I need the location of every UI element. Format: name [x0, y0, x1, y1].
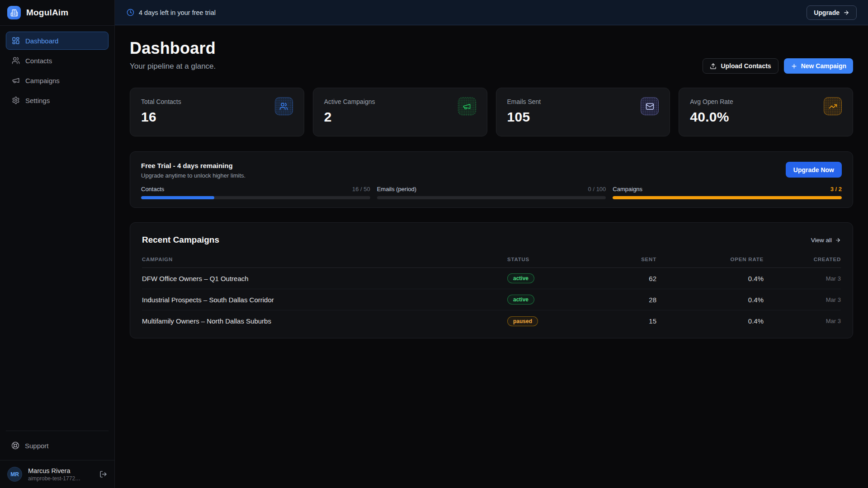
stat-value: 2 — [324, 109, 476, 125]
sidebar-item-label: Settings — [25, 97, 50, 104]
sidebar-item-label: Dashboard — [25, 37, 58, 45]
brand-name: MogulAim — [26, 8, 68, 18]
sent-count: 15 — [589, 317, 656, 325]
life-buoy-icon — [11, 441, 19, 450]
meter-value: 3 / 2 — [830, 186, 842, 192]
stat-value: 16 — [141, 109, 293, 125]
progress-track — [377, 196, 606, 199]
upgrade-button-label: Upgrade — [814, 9, 840, 16]
upload-contacts-label: Upload Contacts — [721, 62, 771, 70]
progress-fill — [141, 196, 214, 199]
recent-campaigns-panel: Recent Campaigns View all CAMPAIGN STATU… — [130, 222, 853, 338]
users-icon — [275, 97, 293, 115]
trial-notice-text: 4 days left in your free trial — [139, 9, 216, 16]
arrow-right-icon — [835, 237, 841, 243]
open-rate: 0.4% — [656, 317, 764, 325]
stat-value: 105 — [507, 109, 659, 125]
page-header: Dashboard Your pipeline at a glance. Upl… — [130, 39, 853, 71]
panel-title: Recent Campaigns — [142, 235, 219, 245]
sidebar-spacer — [0, 115, 114, 431]
user-org: aimprobe-test-1772… — [28, 475, 94, 482]
progress-track — [613, 196, 842, 199]
view-all-link[interactable]: View all — [811, 237, 841, 244]
view-all-label: View all — [811, 237, 832, 244]
sent-count: 62 — [589, 275, 656, 282]
column-status: STATUS — [507, 257, 589, 262]
sidebar-item-campaigns[interactable]: Campaigns — [6, 71, 108, 89]
upgrade-button[interactable]: Upgrade — [807, 5, 857, 20]
progress-track — [141, 196, 370, 199]
brand-logo — [7, 6, 21, 19]
header-actions: Upload Contacts New Campaign — [703, 58, 853, 74]
status-badge: paused — [507, 316, 538, 326]
clock-icon — [127, 9, 134, 16]
created-date: Mar 3 — [764, 318, 841, 324]
banner-subtitle: Upgrade anytime to unlock higher limits. — [141, 172, 245, 179]
campaign-name: Industrial Prospects – South Dallas Corr… — [142, 296, 507, 304]
sent-count: 28 — [589, 296, 656, 304]
meter-value: 16 / 50 — [352, 186, 370, 192]
trial-notice: 4 days left in your free trial — [127, 9, 216, 16]
panel-header: Recent Campaigns View all — [142, 223, 841, 252]
users-icon — [12, 56, 20, 65]
stat-label: Total Contacts — [141, 98, 293, 105]
sidebar-item-contacts[interactable]: Contacts — [6, 52, 108, 70]
meter-label: Contacts — [141, 186, 164, 192]
stat-label: Emails Sent — [507, 98, 659, 105]
megaphone-icon — [458, 97, 476, 115]
log-out-icon[interactable] — [99, 470, 107, 478]
upload-contacts-button[interactable]: Upload Contacts — [703, 58, 778, 74]
new-campaign-label: New Campaign — [801, 62, 846, 70]
stats-row: Total Contacts 16 Active Campaigns 2 Ema… — [130, 88, 853, 136]
column-created: CREATED — [764, 257, 841, 262]
sidebar-item-support[interactable]: Support — [6, 436, 108, 455]
user-name: Marcus Rivera — [28, 467, 94, 474]
table-row[interactable]: Multifamily Owners – North Dallas Suburb… — [142, 310, 841, 332]
main-content: Dashboard Your pipeline at a glance. Upl… — [115, 25, 868, 488]
column-sent: SENT — [589, 257, 656, 262]
sidebar: MogulAim Dashboard Contacts Campaigns Se… — [0, 0, 115, 488]
new-campaign-button[interactable]: New Campaign — [784, 58, 853, 74]
sidebar-nav: Dashboard Contacts Campaigns Settings — [0, 26, 114, 115]
sidebar-item-settings[interactable]: Settings — [6, 91, 108, 109]
page-title: Dashboard — [130, 39, 853, 58]
sidebar-item-label: Campaigns — [25, 77, 60, 84]
meter-label: Campaigns — [613, 186, 642, 192]
campaign-name: Multifamily Owners – North Dallas Suburb… — [142, 317, 507, 325]
plus-icon — [791, 63, 797, 70]
status-badge: active — [507, 273, 534, 283]
sidebar-item-dashboard[interactable]: Dashboard — [6, 32, 108, 50]
support-section: Support — [6, 431, 108, 460]
column-campaign: CAMPAIGN — [142, 257, 507, 262]
upgrade-now-button[interactable]: Upgrade Now — [786, 162, 842, 178]
meter-emails: Emails (period) 0 / 100 — [377, 186, 606, 199]
column-open-rate: OPEN RATE — [656, 257, 764, 262]
brand-header: MogulAim — [0, 0, 114, 26]
usage-meters: Contacts 16 / 50 Emails (period) 0 / 100 — [141, 186, 842, 199]
stat-card-avg-open-rate: Avg Open Rate 40.0% — [679, 88, 853, 136]
stat-card-emails-sent: Emails Sent 105 — [496, 88, 670, 136]
stat-card-total-contacts: Total Contacts 16 — [130, 88, 304, 136]
banner-title: Free Trial - 4 days remaining — [141, 162, 245, 169]
user-section: MR Marcus Rivera aimprobe-test-1772… — [0, 460, 114, 488]
meter-contacts: Contacts 16 / 50 — [141, 186, 370, 199]
open-rate: 0.4% — [656, 296, 764, 304]
arrow-right-icon — [843, 9, 849, 16]
trending-up-icon — [824, 97, 842, 115]
user-meta: Marcus Rivera aimprobe-test-1772… — [28, 467, 94, 482]
building-icon — [10, 9, 18, 17]
table-row[interactable]: Industrial Prospects – South Dallas Corr… — [142, 289, 841, 310]
content-column: 4 days left in your free trial Upgrade D… — [115, 0, 868, 488]
progress-fill — [613, 196, 842, 199]
meter-value: 0 / 100 — [588, 186, 606, 192]
table-row[interactable]: DFW Office Owners – Q1 Outreach active 6… — [142, 268, 841, 289]
dashboard-grid-icon — [12, 37, 20, 45]
table-header: CAMPAIGN STATUS SENT OPEN RATE CREATED — [142, 252, 841, 268]
meter-label: Emails (period) — [377, 186, 416, 192]
stat-label: Avg Open Rate — [690, 98, 842, 105]
avatar: MR — [7, 467, 22, 482]
stat-value: 40.0% — [690, 109, 842, 125]
gear-icon — [12, 96, 20, 104]
free-trial-banner: Free Trial - 4 days remaining Upgrade an… — [130, 151, 853, 208]
created-date: Mar 3 — [764, 275, 841, 282]
